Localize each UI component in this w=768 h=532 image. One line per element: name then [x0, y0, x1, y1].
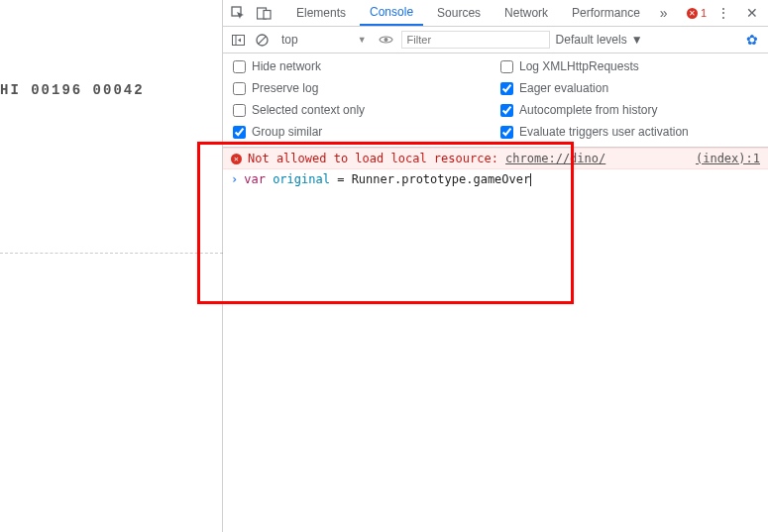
error-message: Not allowed to load local resource: chro… [248, 152, 690, 165]
console-settings: Hide network Log XMLHttpRequests Preserv… [223, 53, 768, 148]
svg-rect-2 [264, 10, 271, 19]
chevron-down-icon: ▼ [358, 35, 367, 45]
checkbox-label: Selected context only [252, 103, 365, 117]
console-body[interactable]: ✕ Not allowed to load local resource: ch… [223, 148, 768, 532]
game-ground [0, 253, 223, 254]
tab-console[interactable]: Console [360, 0, 423, 26]
kebab-menu-icon[interactable]: ⋮ [711, 5, 736, 21]
game-score: HI 00196 00042 [0, 82, 145, 98]
prompt-chevron-icon: › [231, 172, 238, 186]
checkbox-label: Preserve log [252, 81, 318, 95]
svg-point-7 [384, 38, 388, 42]
device-toggle-icon[interactable] [253, 2, 274, 24]
live-expression-icon[interactable] [378, 31, 395, 49]
console-sidebar-toggle-icon[interactable] [229, 31, 247, 49]
devtools-tabbar: Elements Console Sources Network Perform… [223, 0, 768, 27]
console-error-row[interactable]: ✕ Not allowed to load local resource: ch… [223, 148, 768, 169]
context-selector[interactable]: top ▼ [276, 31, 372, 49]
gear-icon[interactable]: ✿ [742, 32, 762, 48]
console-prompt[interactable]: › var original = Runner.prototype.gameOv… [223, 169, 768, 189]
error-count: 1 [701, 7, 707, 19]
checkbox-label: Hide network [252, 59, 321, 73]
chevron-down-icon: ▼ [631, 33, 643, 47]
filter-input[interactable] [401, 31, 550, 49]
clear-console-icon[interactable] [253, 31, 271, 49]
devtools-panel: Elements Console Sources Network Perform… [223, 0, 768, 532]
checkbox-label: Group similar [252, 125, 322, 139]
error-badge[interactable]: ✕ 1 [687, 7, 707, 19]
error-circle-icon: ✕ [687, 8, 698, 19]
checkbox-hide-network[interactable]: Hide network [233, 59, 491, 73]
page-viewport: HI 00196 00042 [0, 0, 223, 532]
close-icon[interactable]: ✕ [740, 5, 764, 21]
prompt-input[interactable]: var original = Runner.prototype.gameOver [244, 172, 531, 186]
checkbox-selected-ctx[interactable]: Selected context only [233, 103, 491, 117]
checkbox-eval-activation[interactable]: Evaluate triggers user activation [500, 125, 758, 139]
context-selected: top [281, 33, 298, 47]
error-url[interactable]: chrome://dino/ [505, 152, 605, 165]
checkbox-label: Eager evaluation [519, 81, 608, 95]
text-cursor [530, 173, 531, 186]
tabs-overflow-icon[interactable]: » [654, 5, 674, 21]
svg-line-6 [258, 36, 266, 44]
inspect-icon[interactable] [227, 2, 249, 24]
tab-sources[interactable]: Sources [427, 0, 491, 26]
tab-performance[interactable]: Performance [562, 0, 650, 26]
log-levels-label: Default levels [556, 33, 627, 47]
error-circle-icon: ✕ [231, 154, 242, 164]
checkbox-autocomplete-hist[interactable]: Autocomplete from history [500, 103, 758, 117]
tab-elements[interactable]: Elements [286, 0, 356, 26]
error-source-link[interactable]: (index):1 [696, 152, 760, 165]
checkbox-group-similar[interactable]: Group similar [233, 125, 491, 139]
checkbox-label: Log XMLHttpRequests [519, 59, 639, 73]
checkbox-log-xhr[interactable]: Log XMLHttpRequests [500, 59, 758, 73]
checkbox-eager-eval[interactable]: Eager evaluation [500, 81, 758, 95]
console-toolbar: top ▼ Default levels ▼ ✿ [223, 27, 768, 53]
log-levels-selector[interactable]: Default levels ▼ [556, 33, 643, 47]
checkbox-preserve-log[interactable]: Preserve log [233, 81, 491, 95]
checkbox-label: Evaluate triggers user activation [519, 125, 689, 139]
tab-network[interactable]: Network [494, 0, 558, 26]
checkbox-label: Autocomplete from history [519, 103, 657, 117]
